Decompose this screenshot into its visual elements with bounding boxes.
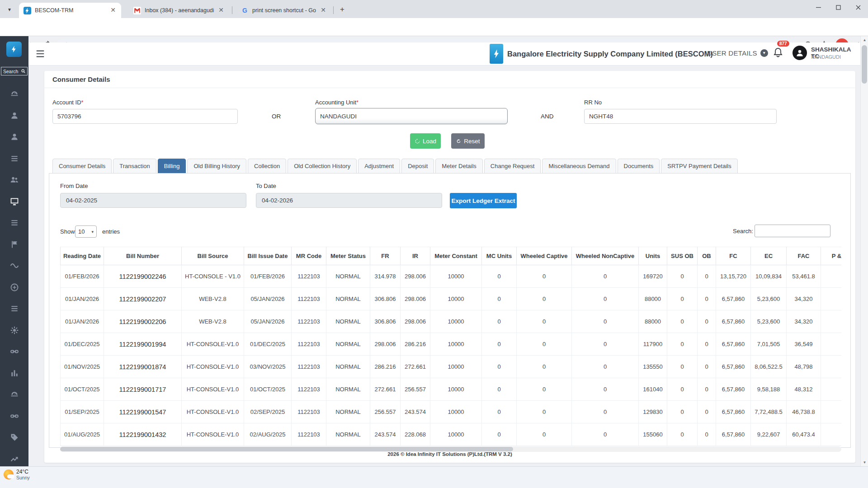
cell-sus-ob: 0 — [667, 401, 698, 423]
from-date-field[interactable] — [60, 193, 246, 208]
accounting-unit-label: Accounting Unit* — [315, 99, 359, 106]
trend-icon[interactable] — [10, 455, 19, 464]
flag-icon[interactable] — [10, 240, 19, 249]
scroll-down-arrow[interactable]: ▼ — [861, 459, 868, 466]
tab-change-request[interactable]: Change Request — [484, 159, 541, 174]
page-title: Consumer Details — [52, 75, 110, 83]
rr-no-field[interactable] — [584, 109, 777, 124]
tab-close-icon[interactable]: ✕ — [109, 7, 117, 14]
user-avatar[interactable] — [793, 46, 807, 60]
to-date-field[interactable] — [256, 193, 442, 208]
scroll-up-arrow[interactable]: ▲ — [861, 36, 868, 44]
wave-icon[interactable] — [10, 261, 19, 270]
window-minimize-button[interactable] — [808, 0, 828, 14]
tab-collection[interactable]: Collection — [248, 159, 286, 174]
weather-widget[interactable]: 24°C Sunny — [4, 469, 30, 480]
column-header-wheeled-noncaptive[interactable]: Wheeled NonCaptive — [572, 247, 639, 265]
column-header-meter-constant[interactable]: Meter Constant — [430, 247, 482, 265]
cell-meter-status: NORMAL — [326, 333, 370, 356]
browser-tab-bescom[interactable]: BESCOM-TRM ✕ — [19, 3, 121, 18]
bar-chart-icon[interactable] — [10, 369, 19, 378]
column-header-bill-number[interactable]: Bill Number — [104, 247, 182, 265]
browser-tab-google[interactable]: G print screen shortcut - Google ✕ — [236, 3, 331, 18]
list-icon[interactable] — [10, 218, 19, 227]
cell-p — [821, 401, 842, 423]
user-icon[interactable] — [10, 111, 19, 120]
chain-icon[interactable] — [10, 412, 19, 421]
column-header-meter-status[interactable]: Meter Status — [326, 247, 370, 265]
tab-billing[interactable]: Billing — [158, 159, 186, 174]
notification-bell-icon[interactable] — [773, 47, 783, 59]
tab-consumer-details[interactable]: Consumer Details — [52, 159, 112, 174]
column-header-p[interactable]: P & — [821, 247, 842, 265]
weather-icon — [4, 469, 14, 479]
team-icon[interactable] — [10, 175, 19, 184]
gauge-icon[interactable] — [10, 390, 19, 399]
profile-icon[interactable] — [10, 132, 19, 141]
column-header-sus-ob[interactable]: SUS OB — [667, 247, 698, 265]
tab-close-icon[interactable]: ✕ — [217, 7, 225, 14]
account-id-field[interactable] — [52, 109, 238, 124]
tab-old-billing-history[interactable]: Old Billing History — [187, 159, 246, 174]
cell-bill-source: HT-CONSOLE-V1.0 — [182, 356, 244, 378]
link-icon[interactable] — [10, 347, 19, 356]
load-button[interactable]: Load — [410, 133, 441, 149]
column-header-fc[interactable]: FC — [716, 247, 751, 265]
cell-reading-date: 01/JAN/2026 — [61, 310, 104, 333]
entries-select[interactable]: 10 ▾ — [75, 225, 97, 238]
tab-deposit[interactable]: Deposit — [401, 159, 434, 174]
tab-close-icon[interactable]: ✕ — [320, 7, 327, 14]
sidebar-search-box[interactable]: Search — [1, 67, 28, 75]
tab-meter-details[interactable]: Meter Details — [435, 159, 483, 174]
column-header-ir[interactable]: IR — [401, 247, 430, 265]
reset-button[interactable]: Reset — [451, 133, 485, 149]
column-header-ec[interactable]: EC — [751, 247, 787, 265]
column-header-reading-date[interactable]: Reading Date — [61, 247, 104, 265]
app-logo[interactable] — [6, 42, 22, 57]
window-close-button[interactable] — [848, 0, 868, 14]
cell-meter-status: NORMAL — [326, 401, 370, 423]
column-header-mc-units[interactable]: MC Units — [482, 247, 517, 265]
tab-documents[interactable]: Documents — [618, 159, 660, 174]
cell-fc: 6,57,860 — [716, 423, 751, 446]
tab-adjustment[interactable]: Adjustment — [358, 159, 400, 174]
column-header-units[interactable]: Units — [639, 247, 667, 265]
tag-icon[interactable] — [10, 433, 19, 442]
records-icon[interactable] — [10, 154, 19, 163]
tab-old-collection-history[interactable]: Old Collection History — [288, 159, 357, 174]
column-header-bill-source[interactable]: Bill Source — [182, 247, 244, 265]
cell-fac: 48,798 — [787, 356, 821, 378]
page-scrollbar[interactable]: ▲ ▼ — [860, 36, 868, 466]
cell-bill-source: HT-CONSOLE-V1.0 — [182, 401, 244, 423]
browser-tab-gmail[interactable]: Inbox (384) - aeenandagudi123 ✕ — [129, 3, 229, 18]
menu-list-icon[interactable] — [10, 304, 19, 313]
new-tab-button[interactable]: + — [337, 4, 348, 15]
accounting-unit-field[interactable] — [315, 108, 508, 124]
tab-miscellaneous-demand[interactable]: Miscellaneous Demand — [542, 159, 616, 174]
column-header-wheeled-captive[interactable]: Wheeled Captive — [517, 247, 572, 265]
search-icon — [21, 69, 25, 73]
column-header-fr[interactable]: FR — [370, 247, 401, 265]
add-circle-icon[interactable] — [10, 283, 19, 292]
column-header-fac[interactable]: FAC — [787, 247, 821, 265]
table-search-input[interactable] — [755, 225, 830, 237]
export-ledger-button[interactable]: Export Ledger Extract — [450, 193, 517, 208]
cell-ir: 298.006 — [401, 288, 430, 310]
tab-transaction[interactable]: Transaction — [113, 159, 156, 174]
scrollbar-thumb[interactable] — [60, 447, 513, 451]
tab-srtpv-payment-details[interactable]: SRTPV Payment Details — [661, 159, 737, 174]
tab-search-chevron-icon[interactable]: ▾ — [5, 5, 14, 14]
hamburger-menu-icon[interactable] — [35, 49, 45, 59]
column-header-bill-issue-date[interactable]: Bill Issue Date — [244, 247, 292, 265]
dashboard-icon[interactable] — [10, 89, 19, 99]
column-header-ob[interactable]: OB — [698, 247, 716, 265]
scrollbar-thumb[interactable] — [862, 45, 867, 84]
settings-icon[interactable] — [10, 326, 19, 335]
weather-temp: 24°C — [16, 469, 30, 475]
column-header-mr-code[interactable]: MR Code — [292, 247, 326, 265]
window-maximize-button[interactable] — [828, 0, 848, 14]
cell-bill-number: 1122199002246 — [104, 265, 182, 288]
user-details-menu[interactable]: USER DETAILS ▾ — [707, 49, 768, 57]
monitor-icon[interactable] — [10, 197, 19, 206]
cell-ob: 0 — [698, 310, 716, 333]
